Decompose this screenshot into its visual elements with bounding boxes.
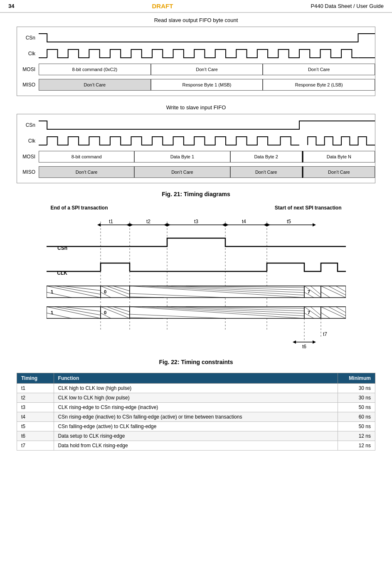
table-cell: Data hold from CLK rising-edge — [54, 441, 338, 451]
diagram1-section: Read slave output FIFO byte count CSn Cl… — [17, 17, 375, 96]
timing-table: Timing Function Minimum t1CLK high to CL… — [17, 373, 375, 451]
svg-text:t5: t5 — [286, 219, 291, 224]
diagram2-miso-boxes: Don’t Care Don’t Care Don’t Care Don’t C… — [39, 166, 375, 178]
tc-header: End of a SPI transaction Start of next S… — [47, 205, 346, 211]
miso-box-1: Response Byte 1 (MSB) — [151, 79, 263, 91]
svg-marker-14 — [164, 223, 167, 227]
diagram2-section: Write to slave input FIFO CSn Clk — [17, 104, 375, 183]
diagram2-mosi-boxes: 8-bit command Data Byte 1 Data Byte 2 Da… — [39, 151, 375, 163]
page-header: 34 DRAFT P440 Data Sheet / User Guide — [0, 0, 392, 13]
table-cell: 30 ns — [338, 384, 375, 393]
main-content: Read slave output FIFO byte count CSn Cl… — [0, 13, 392, 459]
d2-miso-box-0: Don’t Care — [39, 166, 134, 178]
svg-marker-22 — [264, 223, 267, 227]
d2-mosi-box-2: Data Byte 2 — [230, 151, 302, 163]
svg-marker-94 — [313, 340, 316, 344]
table-cell: 50 ns — [338, 422, 375, 431]
mosi-box-0: 8-bit command (0xC2) — [39, 64, 151, 75]
diagram2-clk-row: Clk — [17, 133, 375, 148]
table-cell: CLK rising-edge to CSn rising-edge (inac… — [54, 403, 338, 412]
miso-box-2: Response Byte 2 (LSB) — [263, 79, 375, 91]
diagram2-clk-label: Clk — [17, 138, 39, 144]
diagram1-csn-label: CSn — [17, 35, 39, 41]
d2-mosi-box-1: Data Byte 1 — [134, 151, 230, 163]
draft-label: DRAFT — [152, 2, 173, 10]
table-cell: t3 — [17, 403, 54, 412]
table-cell: t5 — [17, 422, 54, 431]
svg-text:7: 7 — [308, 289, 310, 294]
diagram2-clk-wave — [39, 133, 375, 148]
diagram1-miso-label: MISO — [17, 82, 39, 88]
diagram1-mosi-label: MOSI — [17, 67, 39, 72]
diagram1-miso-boxes: Don’t Care Response Byte 1 (MSB) Respons… — [39, 79, 375, 91]
tc-diagram-section: End of a SPI transaction Start of next S… — [47, 205, 346, 355]
diagram1-timing: CSn Clk — [17, 27, 375, 96]
table-cell: CLK low to CLK high (low pulse) — [54, 393, 338, 403]
table-cell: 30 ns — [338, 393, 375, 403]
svg-text:t2: t2 — [146, 219, 150, 224]
table-cell: t6 — [17, 431, 54, 441]
diagram2-timing: CSn Clk — [17, 114, 375, 183]
diagram1-miso-row: MISO Don’t Care Response Byte 1 (MSB) Re… — [17, 78, 375, 92]
table-row: t6Data setup to CLK rising-edge12 ns — [17, 431, 375, 441]
diagram2-csn-label: CSn — [17, 122, 39, 128]
table-cell: Data setup to CLK rising-edge — [54, 431, 338, 441]
diagram2-miso-row: MISO Don’t Care Don’t Care Don’t Care Do… — [17, 165, 375, 179]
svg-text:0: 0 — [104, 310, 106, 315]
diagram1-title: Read slave output FIFO byte count — [17, 17, 375, 23]
table-cell: t7 — [17, 441, 54, 451]
fig22-caption: Fig. 22: Timing constraints — [17, 359, 375, 365]
table-cell: 50 ns — [338, 403, 375, 412]
miso-box-0: Don’t Care — [39, 79, 151, 91]
table-cell: CSn rising-edge (inactive) to CSn fallin… — [54, 412, 338, 422]
svg-text:0: 0 — [104, 289, 106, 294]
diagram2-mosi-row: MOSI 8-bit command Data Byte 1 Data Byte… — [17, 150, 375, 164]
diagram1-mosi-boxes: 8-bit command (0xC2) Don’t Care Don’t Ca… — [39, 64, 375, 75]
col-minimum: Minimum — [338, 373, 375, 384]
svg-text:t7: t7 — [323, 331, 327, 337]
table-cell: CSn falling-edge (active) to CLK falling… — [54, 422, 338, 431]
diagram1-clk-label: Clk — [17, 51, 39, 57]
svg-marker-10 — [126, 223, 130, 227]
d2-mosi-box-3: Data Byte N — [303, 151, 375, 163]
svg-text:t3: t3 — [194, 219, 198, 224]
diagram2-csn-wave — [39, 118, 375, 133]
table-row: t7Data hold from CLK rising-edge12 ns — [17, 441, 375, 451]
svg-text:t4: t4 — [242, 219, 246, 224]
svg-text:7: 7 — [308, 310, 310, 315]
tc-start-label: Start of next SPI transaction — [275, 205, 342, 211]
svg-marker-23 — [313, 223, 316, 227]
table-row: t5CSn falling-edge (active) to CLK falli… — [17, 422, 375, 431]
svg-text:1: 1 — [51, 310, 53, 315]
diagram1-clk-wave — [39, 46, 375, 61]
diagram2-title: Write to slave input FIFO — [17, 104, 375, 111]
table-row: t3CLK rising-edge to CSn rising-edge (in… — [17, 403, 375, 412]
diagram2-miso-label: MISO — [17, 169, 39, 175]
d2-miso-box-3: Don’t Care — [303, 166, 375, 178]
col-function: Function — [54, 373, 338, 384]
table-row: t1CLK high to CLK low (high pulse)30 ns — [17, 384, 375, 393]
table-cell: t2 — [17, 393, 54, 403]
fig21-caption: Fig. 21: Timing diagrams — [17, 191, 375, 197]
page-number: 34 — [8, 3, 14, 9]
svg-text:t1: t1 — [108, 219, 113, 224]
table-row: t2CLK low to CLK high (low pulse)30 ns — [17, 393, 375, 403]
table-cell: 12 ns — [338, 441, 375, 451]
diagram1-mosi-row: MOSI 8-bit command (0xC2) Don’t Care Don… — [17, 62, 375, 76]
svg-marker-6 — [97, 223, 101, 227]
d2-miso-box-2: Don’t Care — [230, 166, 302, 178]
table-cell: t1 — [17, 384, 54, 393]
mosi-box-1: Don’t Care — [151, 64, 263, 75]
table-cell: CLK high to CLK low (high pulse) — [54, 384, 338, 393]
table-cell: 60 ns — [338, 412, 375, 422]
doc-title: P440 Data Sheet / User Guide — [311, 3, 384, 9]
diagram1-csn-row: CSn — [17, 30, 375, 45]
d2-mosi-box-0: 8-bit command — [39, 151, 134, 163]
svg-text:t6: t6 — [302, 344, 306, 350]
diagram2-mosi-label: MOSI — [17, 154, 39, 160]
d2-miso-box-1: Don’t Care — [134, 166, 230, 178]
svg-text:1: 1 — [51, 289, 53, 294]
table-header-row: Timing Function Minimum — [17, 373, 375, 384]
svg-marker-18 — [222, 223, 225, 227]
diagram1-csn-wave — [39, 30, 375, 45]
